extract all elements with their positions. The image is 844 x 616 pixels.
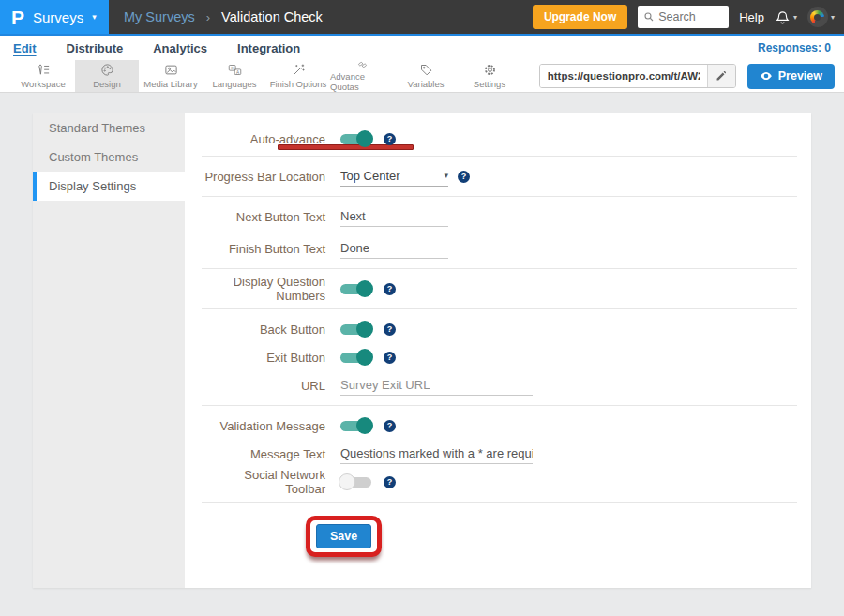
- toggle-knob: [356, 321, 373, 338]
- avatar: [807, 7, 828, 27]
- survey-url-input[interactable]: [540, 65, 707, 87]
- breadcrumb-separator-icon: ›: [206, 10, 210, 24]
- tab-analytics[interactable]: Analytics: [153, 41, 207, 55]
- progress-bar-location-select[interactable]: Top Center ▾: [340, 167, 448, 187]
- toolbar-item-design[interactable]: Design: [75, 60, 139, 92]
- sidebar-item-standard-themes[interactable]: Standard Themes: [33, 113, 185, 143]
- back-button-help-icon[interactable]: ?: [384, 323, 396, 336]
- social-network-toolbar-toggle[interactable]: [340, 477, 371, 488]
- progress-bar-help-icon[interactable]: ?: [458, 171, 470, 183]
- tab-integration[interactable]: Integration: [237, 41, 300, 55]
- chevron-down-icon: ▾: [831, 13, 835, 22]
- search-input[interactable]: [658, 10, 724, 23]
- notifications-menu[interactable]: ▾: [775, 9, 797, 25]
- toggle-knob: [356, 130, 373, 147]
- search-icon: [643, 11, 655, 23]
- divider: [202, 268, 797, 269]
- next-button-text-input[interactable]: [340, 207, 448, 227]
- search-box[interactable]: [638, 6, 729, 28]
- help-link[interactable]: Help: [739, 10, 764, 24]
- toolbar-item-languages[interactable]: xA Languages: [203, 60, 266, 92]
- next-button-text-row: Next Button Text: [202, 203, 797, 231]
- upgrade-now-button[interactable]: Upgrade Now: [533, 5, 627, 29]
- exit-url-row: URL: [202, 371, 797, 399]
- exit-button-row: Exit Button ?: [202, 343, 797, 371]
- account-menu[interactable]: ▾: [807, 7, 835, 27]
- divider: [202, 156, 797, 157]
- social-network-toolbar-help-icon[interactable]: ?: [384, 476, 396, 488]
- validation-message-label: Validation Message: [202, 419, 325, 433]
- surveys-product-menu[interactable]: P Surveys ▾: [0, 0, 109, 34]
- annotation-red-box: Save: [306, 516, 382, 557]
- display-question-numbers-help-icon[interactable]: ?: [384, 283, 396, 295]
- finish-button-text-input[interactable]: [340, 239, 448, 259]
- validation-message-toggle[interactable]: [340, 421, 371, 431]
- validation-message-help-icon[interactable]: ?: [384, 420, 396, 432]
- languages-icon: xA: [228, 63, 242, 77]
- divider: [202, 196, 797, 197]
- exit-button-toggle[interactable]: [340, 353, 371, 363]
- exit-url-label: URL: [202, 379, 325, 393]
- sidebar-item-custom-themes[interactable]: Custom Themes: [33, 143, 185, 172]
- progress-bar-location-value: Top Center: [340, 169, 400, 183]
- content-area: Standard Themes Custom Themes Display Se…: [0, 93, 844, 608]
- exit-button-label: Exit Button: [202, 351, 325, 365]
- auto-advance-toggle[interactable]: [340, 134, 371, 144]
- message-text-input[interactable]: [340, 444, 533, 464]
- toolbar-item-finish-options[interactable]: Finish Options: [266, 60, 330, 92]
- social-network-toolbar-label: Social Network Toolbar: [202, 468, 325, 496]
- back-button-toggle[interactable]: [340, 324, 371, 335]
- toolbar-item-label: Advance Quotas: [330, 71, 394, 92]
- toggle-knob: [356, 349, 373, 366]
- toolbar-right: Preview: [539, 60, 844, 92]
- edit-url-button[interactable]: [707, 65, 735, 87]
- workspace-icon: [37, 63, 51, 77]
- auto-advance-row: Auto-advance ?: [202, 113, 797, 142]
- display-question-numbers-label: Display Question Numbers: [202, 275, 325, 303]
- toolbar-item-workspace[interactable]: Workspace: [11, 60, 75, 92]
- toggle-knob: [339, 473, 355, 490]
- divider: [202, 405, 797, 406]
- eye-icon: [760, 69, 773, 83]
- divider: [202, 308, 797, 309]
- media-library-icon: [164, 63, 178, 77]
- gear-icon: [483, 63, 497, 77]
- tab-edit[interactable]: Edit: [13, 41, 37, 55]
- display-settings-form: Auto-advance ? Progress Bar Location Top…: [185, 113, 811, 588]
- avatar-logo-icon: [810, 10, 824, 24]
- preview-button[interactable]: Preview: [747, 64, 835, 89]
- toggle-knob: [356, 280, 373, 297]
- design-palette-icon: [100, 63, 114, 77]
- save-button[interactable]: Save: [316, 524, 371, 548]
- toolbar-item-label: Design: [93, 79, 121, 89]
- back-button-label: Back Button: [202, 323, 325, 337]
- finish-button-text-label: Finish Button Text: [202, 242, 325, 256]
- survey-url-box: [539, 64, 736, 88]
- toolbar-item-media-library[interactable]: Media Library: [139, 60, 203, 92]
- magic-wand-icon: [292, 63, 306, 77]
- edit-toolbar: Workspace Design Media Library xA Langua…: [0, 60, 844, 93]
- exit-url-input[interactable]: [340, 376, 533, 396]
- display-question-numbers-row: Display Question Numbers ?: [202, 275, 797, 303]
- sidebar-item-display-settings[interactable]: Display Settings: [33, 172, 185, 201]
- validation-message-row: Validation Message ?: [202, 412, 797, 440]
- social-network-toolbar-row: Social Network Toolbar ?: [202, 468, 797, 496]
- sidebar-item-label: Custom Themes: [49, 150, 138, 164]
- themes-sidebar: Standard Themes Custom Themes Display Se…: [33, 113, 185, 588]
- svg-text:A: A: [235, 70, 239, 75]
- tab-distribute[interactable]: Distribute: [67, 41, 124, 55]
- toolbar-item-settings[interactable]: Settings: [458, 60, 521, 92]
- next-button-text-label: Next Button Text: [202, 210, 325, 224]
- exit-button-help-icon[interactable]: ?: [384, 352, 396, 364]
- responses-count[interactable]: Responses: 0: [758, 41, 831, 54]
- toolbar-item-label: Languages: [212, 79, 256, 89]
- breadcrumb-current: Validation Check: [221, 9, 323, 24]
- auto-advance-help-icon[interactable]: ?: [384, 133, 396, 145]
- message-text-row: Message Text: [202, 440, 797, 468]
- toolbar-item-advance-quotas[interactable]: Advance Quotas: [330, 60, 394, 92]
- breadcrumb-my-surveys[interactable]: My Surveys: [124, 9, 195, 24]
- chevron-down-icon: ▾: [793, 13, 797, 22]
- display-question-numbers-toggle[interactable]: [340, 284, 371, 294]
- toolbar-item-variables[interactable]: Variables: [394, 60, 458, 92]
- preview-button-label: Preview: [778, 69, 822, 83]
